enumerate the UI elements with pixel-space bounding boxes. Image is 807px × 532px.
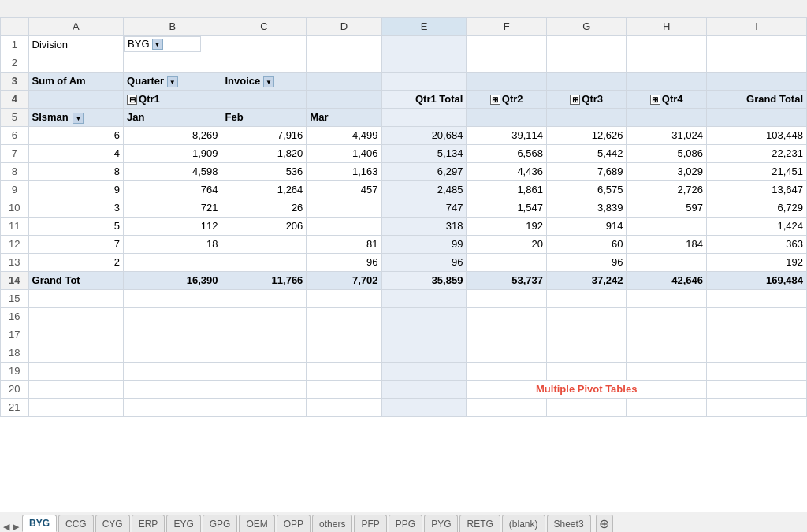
row-num-13: 13 (1, 254, 29, 272)
cell-A5[interactable]: Slsman ▼ (28, 109, 124, 127)
cell-H6: 31,024 (627, 127, 707, 145)
cell-E3 (381, 73, 467, 91)
cell-G5 (546, 109, 627, 127)
cell-D3 (307, 73, 381, 91)
cell-B13 (124, 254, 221, 272)
tab-oem[interactable]: OEM (239, 515, 274, 532)
mar-label: Mar (310, 111, 328, 123)
cell-C4 (221, 91, 307, 109)
cell-H9: 2,726 (627, 181, 707, 199)
tab-scroll-left[interactable]: ◀ (3, 522, 9, 532)
cell-I14: 169,484 (707, 272, 807, 290)
cell-G15 (546, 290, 627, 308)
table-row: 21 (1, 399, 807, 417)
quarter-filter-icon[interactable]: ▼ (167, 76, 178, 87)
col-header-I[interactable]: I (707, 18, 807, 36)
tab-sheet3[interactable]: Sheet3 (547, 515, 591, 532)
collapse-qtr1-btn[interactable]: ⊟ (127, 95, 137, 105)
quarter-label: Quarter (127, 75, 167, 87)
cell-E7: 5,134 (381, 145, 467, 163)
col-header-G[interactable]: G (546, 18, 627, 36)
cell-C12 (221, 236, 307, 254)
cell-C3[interactable]: Invoice ▼ (221, 73, 307, 91)
tab-ccg[interactable]: CCG (58, 515, 94, 532)
table-row: 7 4 1,909 1,820 1,406 5,134 6,568 5,442 … (1, 145, 807, 163)
cell-F14: 53,737 (467, 272, 547, 290)
cell-H15 (627, 290, 707, 308)
cell-B3[interactable]: Quarter ▼ (124, 73, 221, 91)
tab-opp[interactable]: OPP (277, 515, 311, 532)
cell-B2 (124, 54, 221, 73)
cell-I2 (707, 54, 807, 73)
row-num-21: 21 (1, 399, 29, 417)
cell-D5: Mar (307, 109, 381, 127)
tab-others[interactable]: others (312, 515, 352, 532)
cell-A12: 7 (28, 236, 124, 254)
row-num-1: 1 (1, 36, 29, 54)
cell-F4[interactable]: ⊞Qtr2 (467, 91, 547, 109)
cell-D2 (307, 54, 381, 73)
cell-E5 (381, 109, 467, 127)
tab-scroll-right[interactable]: ▶ (13, 522, 19, 532)
row-num-8: 8 (1, 163, 29, 181)
col-header-H[interactable]: H (627, 18, 707, 36)
toolbar (0, 0, 807, 17)
table-row: 18 (1, 344, 807, 363)
row-num-3: 3 (1, 73, 29, 91)
cell-G6: 12,626 (546, 127, 627, 145)
col-header-C[interactable]: C (221, 18, 307, 36)
cell-A14: Grand Tot (28, 272, 124, 290)
cell-B7: 1,909 (124, 145, 221, 163)
cell-H2 (627, 54, 707, 73)
cell-D1 (307, 36, 381, 54)
tab-pyg[interactable]: PYG (424, 515, 458, 532)
cell-I7: 22,231 (707, 145, 807, 163)
tab-blank[interactable]: (blank) (502, 515, 545, 532)
cell-G4[interactable]: ⊞Qtr3 (546, 91, 627, 109)
tab-erp[interactable]: ERP (132, 515, 165, 532)
tab-byg[interactable]: BYG (22, 515, 57, 532)
tab-cyg[interactable]: CYG (95, 515, 130, 532)
annotation-text: Multiple Pivot Tables (467, 381, 707, 399)
col-header-B[interactable]: B (124, 18, 221, 36)
expand-qtr4-btn[interactable]: ⊞ (650, 95, 660, 105)
expand-qtr3-btn[interactable]: ⊞ (570, 95, 580, 105)
spreadsheet: A B C D E F G H I 1 Division BYG (0, 0, 807, 532)
slsman-filter-icon[interactable]: ▼ (73, 113, 84, 124)
add-sheet-button[interactable]: ⊕ (596, 515, 613, 532)
table-row: 11 5 112 206 318 192 914 1,424 (1, 218, 807, 236)
cell-I4: Grand Total (707, 91, 807, 109)
col-header-D[interactable]: D (307, 18, 381, 36)
table-row: 8 8 4,598 536 1,163 6,297 4,436 7,689 3,… (1, 163, 807, 181)
cell-B4[interactable]: ⊟Qtr1 (124, 91, 221, 109)
cell-C11: 206 (221, 218, 307, 236)
tab-pfp[interactable]: PFP (354, 515, 386, 532)
tab-retg[interactable]: RETG (459, 515, 500, 532)
tab-eyg[interactable]: EYG (166, 515, 200, 532)
qtr3-label: Qtr3 (582, 93, 603, 105)
cell-A13: 2 (28, 254, 124, 272)
invoice-filter-icon[interactable]: ▼ (263, 76, 274, 87)
col-header-E[interactable]: E (381, 18, 467, 36)
col-header-F[interactable]: F (467, 18, 547, 36)
tab-gpg[interactable]: GPG (203, 515, 238, 532)
table-row: 10 3 721 26 747 1,547 3,839 597 6,729 (1, 199, 807, 218)
cell-H11 (627, 218, 707, 236)
cell-B1[interactable]: BYG ▼ (124, 36, 201, 52)
cell-F3 (467, 73, 547, 91)
cell-C6: 7,916 (221, 127, 307, 145)
cell-B5: Jan (124, 109, 221, 127)
tab-ppg[interactable]: PPG (389, 515, 422, 532)
cell-A1: Division (28, 36, 124, 54)
expand-qtr2-btn[interactable]: ⊞ (490, 95, 500, 105)
cell-G13: 96 (546, 254, 627, 272)
cell-I12: 363 (707, 236, 807, 254)
cell-C8: 536 (221, 163, 307, 181)
cell-F5 (467, 109, 547, 127)
col-header-A[interactable]: A (28, 18, 124, 36)
division-filter-icon[interactable]: ▼ (152, 39, 163, 50)
cell-C2 (221, 54, 307, 73)
cell-H4[interactable]: ⊞Qtr4 (627, 91, 707, 109)
cell-D8: 1,163 (307, 163, 381, 181)
row-num-18: 18 (1, 344, 29, 363)
